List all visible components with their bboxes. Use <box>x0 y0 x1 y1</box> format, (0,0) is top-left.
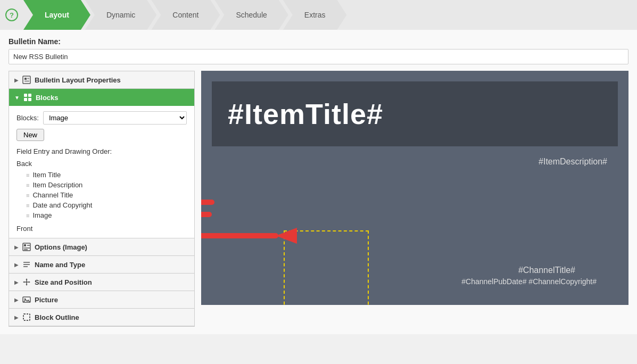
block-outline-header[interactable]: ▶ Block Outline <box>9 309 194 326</box>
svg-marker-19 <box>26 284 28 286</box>
preview-channel-pubdate: #ChannelPubDate# #ChannelCopyright# <box>461 277 597 286</box>
chevron-right-icon: ▶ <box>14 315 19 320</box>
svg-marker-18 <box>26 278 28 280</box>
help-icon[interactable]: ? <box>5 9 18 21</box>
tab-layout[interactable]: Layout <box>23 0 90 30</box>
arrow-to-image-box <box>201 220 297 252</box>
block-outline-icon <box>22 312 31 322</box>
drag-handle-icon: ≡ <box>26 192 29 198</box>
preview-channel-title: #ChannelTitle# <box>518 266 575 275</box>
bulletin-layout-props-section: ▶ Bulletin Layout Properties <box>9 71 194 89</box>
blocks-section: ▼ Blocks Blocks: <box>9 89 194 238</box>
svg-rect-7 <box>28 98 31 101</box>
chevron-right-icon: ▶ <box>14 77 19 83</box>
drag-handle-icon: ≡ <box>26 212 29 219</box>
svg-marker-21 <box>29 282 30 283</box>
blocks-icon <box>23 93 32 102</box>
tab-dynamic[interactable]: Dynamic <box>85 0 156 30</box>
svg-rect-3 <box>24 80 29 82</box>
field-item-title: Item Title <box>32 171 61 179</box>
chevron-right-icon: ▶ <box>14 262 19 268</box>
list-item-item-title: ≡ Item Title <box>16 170 187 180</box>
tab-schedule[interactable]: Schedule <box>214 0 288 30</box>
layout-icon <box>22 75 31 85</box>
picture-header[interactable]: ▶ Picture <box>9 291 194 308</box>
left-panel: ▶ Bulletin Layout Properties ▼ <box>9 71 195 327</box>
name-and-type-section: ▶ Name and Type <box>9 256 194 274</box>
field-date-copyright: Date and Copyright <box>32 201 92 209</box>
drag-handle-icon: ≡ <box>26 202 29 209</box>
field-image: Image <box>32 211 52 219</box>
svg-rect-2 <box>27 78 29 79</box>
size-and-position-section: ▶ Size and Position <box>9 274 194 291</box>
svg-rect-24 <box>23 314 30 320</box>
drag-handle-icon: ≡ <box>26 172 29 178</box>
picture-icon <box>22 295 31 304</box>
bulletin-name-label: Bulletin Name: <box>9 37 628 46</box>
chevron-right-icon: ▶ <box>14 279 19 285</box>
svg-rect-1 <box>24 78 27 80</box>
field-list: ≡ Item Title ≡ Item Description ≡ Channe… <box>16 170 187 220</box>
field-channel-title: Channel Title <box>32 191 73 199</box>
name-and-type-header[interactable]: ▶ Name and Type <box>9 256 194 273</box>
arrow-to-select <box>201 189 214 216</box>
size-position-icon <box>22 277 31 287</box>
field-item-description: Item Description <box>32 181 82 189</box>
size-and-position-header[interactable]: ▶ Size and Position <box>9 274 194 291</box>
list-item-image: ≡ Image <box>16 210 187 220</box>
front-label: Front <box>16 225 187 233</box>
top-nav: ? Layout Dynamic Content Schedule Extras <box>0 0 637 30</box>
list-item-item-description: ≡ Item Description <box>16 180 187 190</box>
blocks-select-row: Blocks: Image Video Text <box>16 111 187 125</box>
preview-item-description: #ItemDescription# <box>201 146 628 167</box>
name-and-type-title: Name and Type <box>35 261 85 269</box>
back-group-label: Back <box>16 160 187 168</box>
blocks-header[interactable]: ▼ Blocks <box>9 89 194 106</box>
chevron-right-icon: ▶ <box>14 297 19 303</box>
svg-rect-6 <box>24 98 27 101</box>
picture-section: ▶ Picture <box>9 291 194 309</box>
name-type-icon <box>22 260 31 269</box>
new-button-row: New <box>16 129 187 141</box>
block-outline-title: Block Outline <box>35 313 79 321</box>
svg-rect-9 <box>24 244 26 246</box>
blocks-label: Blocks: <box>16 114 39 122</box>
preview-item-title: #ItemTitle# <box>228 97 383 130</box>
svg-rect-5 <box>28 94 31 97</box>
bulletin-layout-props-title: Bulletin Layout Properties <box>35 76 121 84</box>
size-and-position-title: Size and Position <box>35 278 92 286</box>
blocks-content: Blocks: Image Video Text New Field Entry… <box>9 106 194 238</box>
blocks-title: Blocks <box>36 94 59 102</box>
list-item-channel-title: ≡ Channel Title <box>16 190 187 200</box>
new-button[interactable]: New <box>16 129 44 141</box>
bulletin-layout-props-header[interactable]: ▶ Bulletin Layout Properties <box>9 71 194 88</box>
preview-title-block: #ItemTitle# <box>212 81 618 146</box>
picture-title: Picture <box>35 296 58 304</box>
options-image-section: ▶ Options (Image) <box>9 238 194 256</box>
drag-handle-icon: ≡ <box>26 182 29 188</box>
blocks-select[interactable]: Image Video Text <box>43 111 187 125</box>
tab-extras[interactable]: Extras <box>283 0 347 30</box>
svg-rect-4 <box>24 94 27 97</box>
tab-content[interactable]: Content <box>151 0 220 30</box>
chevron-down-icon: ▼ <box>14 95 20 101</box>
block-outline-section: ▶ Block Outline <box>9 309 194 326</box>
field-order-label: Field Entry and Drawing Order: <box>16 147 187 155</box>
chevron-right-icon: ▶ <box>14 244 19 250</box>
options-image-title: Options (Image) <box>35 243 87 251</box>
right-preview-panel: #ItemTitle# #ItemDescription# #ChannelTi… <box>201 71 628 305</box>
arrow-to-new-button <box>201 201 212 228</box>
two-col-layout: ▶ Bulletin Layout Properties ▼ <box>9 71 628 327</box>
list-item-date-copyright: ≡ Date and Copyright <box>16 200 187 210</box>
options-image-header[interactable]: ▶ Options (Image) <box>9 238 194 255</box>
preview-image-box <box>284 230 369 305</box>
svg-marker-20 <box>23 282 24 283</box>
main-content: Bulletin Name: ▶ Bulletin L <box>0 30 637 334</box>
bulletin-name-input[interactable] <box>9 49 628 64</box>
options-icon <box>22 242 31 252</box>
